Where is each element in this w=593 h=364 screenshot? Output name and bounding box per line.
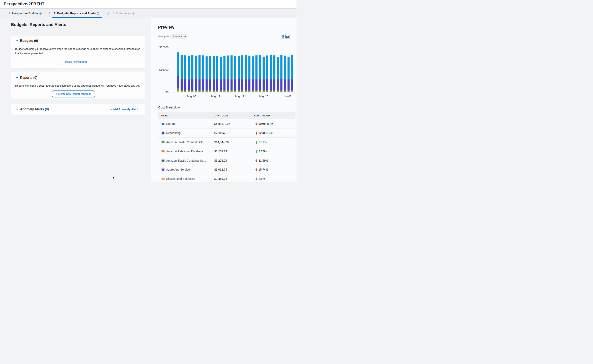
svg-text:May 19: May 19 [235,95,244,98]
svg-text:Jun 02: Jun 02 [283,95,292,98]
svg-text:$16000: $16000 [159,68,168,71]
svg-text:$32000: $32000 [159,46,168,49]
svg-text:May 05: May 05 [187,95,196,98]
svg-text:May 26: May 26 [259,95,268,98]
svg-text:$0: $0 [166,91,168,94]
svg-text:May 12: May 12 [211,95,220,98]
